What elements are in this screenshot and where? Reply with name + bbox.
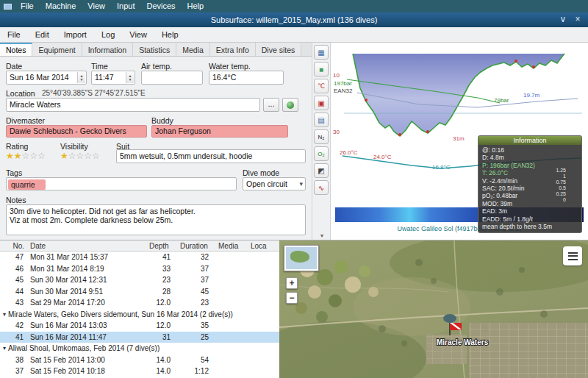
vm-menu-devices[interactable]: Devices [140, 0, 181, 13]
table-row[interactable]: 45Sun 30 Mar 2014 12:31 2337 [0, 274, 279, 286]
menu-file[interactable]: File [0, 29, 28, 40]
window-title: Subsurface: willem_2015_May.xml (136 div… [0, 13, 588, 27]
date-spinner[interactable]: ▲▼ [77, 72, 85, 83]
time-label: Time [91, 62, 108, 71]
vm-menu-machine[interactable]: Machine [40, 0, 82, 13]
dive-mode-select[interactable]: Open circuit ▾ [243, 177, 306, 190]
location-label: Location [6, 89, 35, 98]
dive-list: No. Date Depth Duration Media Loca 47Mon… [0, 240, 279, 378]
event-marker [514, 60, 517, 63]
menu-edit[interactable]: Edit [28, 29, 57, 40]
tab-extra-info[interactable]: Extra Info [210, 43, 256, 56]
po2-axis: 1.25 1 0.75 0.5 0.25 0 [551, 168, 566, 204]
minimize-icon[interactable]: ∨ [556, 13, 570, 27]
vm-menu-file[interactable]: File [15, 0, 40, 13]
tab-notes[interactable]: Notes [0, 43, 32, 56]
dive-profile-chart[interactable]: 10 30 197bar EAN32 79bar 19.7m 31m 26.0°… [331, 43, 588, 240]
tab-dive-sites[interactable]: Dive sites [256, 43, 302, 56]
time-field[interactable]: 11:47 ▲▼ [91, 71, 135, 85]
depth-axis-10: 10 [333, 72, 340, 79]
profile-info-box: Information @: 0:16 D: 4.8m P: 196bar (E… [478, 135, 582, 233]
buddy-field[interactable]: Johan Ferguson [151, 125, 288, 138]
table-row[interactable]: 38Sat 15 Feb 2014 13:00 14.054 [0, 354, 279, 366]
water-temp-label: Water temp. [209, 62, 251, 71]
zoom-in-button[interactable]: + [286, 277, 298, 289]
menu-view[interactable]: View [122, 29, 154, 40]
tag-chip[interactable]: quarrie [8, 179, 46, 190]
time-value: 11:47 [95, 73, 114, 82]
tab-information[interactable]: Information [82, 43, 134, 56]
trip-header-row[interactable]: ▾ Aliwal Shoal, Umkomaas, Feb 2014 (7 di… [0, 343, 279, 354]
gas-label: EAN32 [334, 88, 353, 94]
visibility-stars[interactable]: ★☆☆☆☆ [60, 150, 100, 162]
gas-icon[interactable]: ▤ [314, 113, 329, 127]
event-marker [426, 130, 429, 133]
globe-icon [287, 101, 294, 109]
info-row: mean depth to here 3.5m [482, 223, 578, 230]
temp-label-2: 24.0°C [373, 154, 392, 160]
pn2-icon[interactable]: N₂ [314, 129, 329, 144]
max-depth-label: 31m [453, 135, 465, 142]
scroll-down-icon[interactable]: ▼ [312, 233, 331, 238]
table-row[interactable]: 46Mon 31 Mar 2014 8:19 3337 [0, 263, 279, 275]
location-field[interactable]: Miracle Waters [6, 98, 260, 112]
trip-header-row[interactable]: ▾ Miracle Waters, Geko Divers sidemount,… [0, 309, 279, 321]
tab-statistics[interactable]: Statistics [133, 43, 176, 56]
close-icon[interactable]: × [570, 13, 585, 27]
profile-toolbar: ▦ ■ ℃ ▣ ▤ N₂ O₂ ◩ ∿ ▼ [312, 43, 331, 240]
tab-media[interactable]: Media [176, 43, 210, 56]
tissues-icon[interactable]: ◩ [314, 163, 329, 178]
air-temp-field[interactable] [141, 71, 203, 85]
time-spinner[interactable]: ▲▼ [126, 72, 134, 83]
app-menubar: File Edit Import Log View Help [0, 27, 588, 43]
dive-list-header[interactable]: No. Date Depth Duration Media Loca [0, 240, 279, 252]
table-row[interactable]: 42Sun 16 Mar 2014 13:03 12.035 [0, 320, 279, 332]
vm-menubar: File Machine View Input Devices Help [0, 0, 588, 13]
table-row[interactable]: 43Sat 29 Mar 2014 17:20 12.023 [0, 297, 279, 309]
location-globe-button[interactable] [282, 98, 298, 112]
vm-menu-input[interactable]: Input [111, 0, 140, 13]
zoom-out-button[interactable]: − [286, 292, 298, 304]
vm-menu-view[interactable]: View [82, 0, 111, 13]
tags-field[interactable]: quarrie [6, 177, 237, 190]
rating-stars[interactable]: ★★☆☆☆ [6, 150, 46, 162]
dive-site-map[interactable]: Miracle Waters + − [279, 240, 588, 378]
table-row[interactable]: 44Sun 30 Mar 2014 9:51 2845 [0, 286, 279, 298]
dive-computer-icon[interactable]: ▦ [314, 45, 329, 60]
menu-help[interactable]: Help [154, 29, 186, 40]
water-temp-field[interactable]: 16.4°C [209, 71, 284, 85]
notes-textarea[interactable]: 30m dive to helicopter. Did not get as f… [6, 204, 306, 235]
map-menu-button[interactable] [563, 246, 582, 265]
menu-import[interactable]: Import [57, 29, 94, 40]
ruler-icon[interactable]: ■ [314, 62, 329, 76]
pressure-icon[interactable]: ▣ [314, 96, 329, 110]
divemaster-field[interactable]: Dawie Schlebusch - Gecko Divers [6, 125, 147, 138]
satellite-map[interactable]: Miracle Waters [279, 240, 588, 378]
date-label: Date [6, 62, 22, 71]
chevron-down-icon[interactable]: ▾ [3, 345, 6, 352]
heart-rate-icon[interactable]: ∿ [314, 180, 329, 195]
table-row[interactable]: 37Sat 15 Feb 2014 10:18 14.01:12 [0, 365, 279, 377]
temp-label-3: 16.8°C [432, 164, 451, 171]
overview-map-land [290, 251, 309, 263]
titlebar[interactable]: Subsurface: willem_2015_May.xml (136 div… [0, 13, 588, 27]
location-more-button[interactable]: ... [263, 98, 279, 112]
chevron-down-icon[interactable]: ▾ [3, 311, 6, 318]
overview-map[interactable] [284, 245, 319, 271]
vm-menu-help[interactable]: Help [182, 0, 210, 13]
end-pressure-label: 79bar [494, 97, 509, 104]
suit-field[interactable]: 5mm wetsuit, 0.5mm undersuit, hoodie [116, 149, 306, 163]
date-field[interactable]: Sun 16 Mar 2014 ▲▼ [6, 71, 87, 85]
table-row-selected[interactable]: 41Sun 16 Mar 2014 11:47 3125 [0, 332, 279, 343]
po2-icon[interactable]: O₂ [314, 146, 329, 161]
info-row: EADD: 5m / 1.8g/ℓ [482, 215, 578, 223]
table-row[interactable]: 47Mon 31 Mar 2014 15:37 4132 [0, 252, 279, 263]
info-row: @: 0:16 [482, 146, 578, 154]
map-marker-label: Miracle Waters [437, 338, 489, 346]
air-temp-label: Air temp. [141, 62, 172, 71]
menu-log[interactable]: Log [94, 29, 122, 40]
tab-equipment[interactable]: Equipment [32, 43, 82, 56]
mean-depth-label: 19.7m [523, 92, 540, 99]
quarry-lake [443, 314, 456, 323]
temperature-icon[interactable]: ℃ [314, 79, 329, 93]
